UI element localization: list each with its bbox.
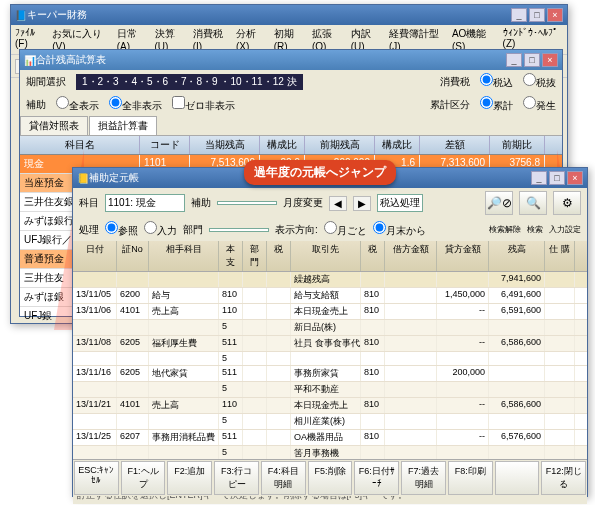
month-next[interactable]: ▶ [353,196,371,211]
minimize-button[interactable]: _ [511,8,527,22]
ledger-body[interactable]: 13/11/056200給与810給与支給額8101,450,0006,491,… [73,288,587,486]
fkey-f3[interactable]: F3:行コピー [214,461,259,495]
proc-label: 処理 [79,223,99,237]
tax-proc-select[interactable]: 税込処理 [377,194,423,212]
disp-opt[interactable]: 全表示 [56,96,99,113]
sub-icon: 📊 [24,55,36,66]
tax-opt[interactable]: 税抜 [523,73,556,90]
fkey-f8[interactable]: F8:印刷 [448,461,493,495]
aux-label: 補助 [191,196,211,210]
month-prev[interactable]: ◀ [329,196,347,211]
ledger-icon: 📒 [77,173,89,184]
period-nav[interactable]: 1・2・3 ・4・5・6 ・7・8・9 ・10・11・12 決 [76,74,303,90]
settings-icon[interactable]: ⚙ [553,191,581,215]
ledger-row[interactable]: 13/11/214101売上高110本日現金売上810--6,586,600 [73,398,587,414]
sub-title: 合計残高試算表 [36,53,506,67]
ledger-row[interactable]: 5 [73,352,587,366]
fkey-f12[interactable]: F12:閉じる [541,461,586,495]
fkey-f4[interactable]: F4:科目明細 [261,461,306,495]
fkey-f6[interactable]: F6:日付ｻｰﾁ [354,461,399,495]
ledger-row[interactable]: 13/11/166205地代家賃511事務所家賃810200,000 [73,366,587,382]
fkey-f1[interactable]: F1:ヘルプ [121,461,166,495]
subject-select[interactable]: 1101: 現金 [105,194,185,212]
aux-select[interactable] [217,201,277,205]
fkey-blank[interactable] [495,461,540,495]
fkey-esc[interactable]: ESC:ｷｬﾝｾﾙ [74,461,119,495]
dept-select[interactable] [209,228,269,232]
ledger-row[interactable]: 13/11/086205福利厚生費511社員 食事食事代810--6,586,6… [73,336,587,352]
sub-maximize[interactable]: □ [524,53,540,67]
fkey-f2[interactable]: F2:追加 [167,461,212,495]
app-icon: 📘 [15,10,27,21]
main-titlebar: 📘 キーパー財務 _ □ × [11,5,567,25]
fkey-f5[interactable]: F5:削除 [308,461,353,495]
ledger-window: 📒 補助定元帳 _ □ × 科目 1101: 現金 補助 月度変更 ◀ ▶ 税込… [72,167,588,497]
opening-balance-row: 繰越残高 7,941,600 [73,272,587,288]
search-icon[interactable]: 🔍 [519,191,547,215]
function-keys: ESC:ｷｬﾝｾﾙ F1:ヘルプ F2:追加 F3:行コピー F4:科目明細 F… [73,459,587,496]
icon-label: 検索 [527,224,543,235]
disp-opt[interactable]: ゼロ非表示 [172,96,235,113]
ledger-row[interactable]: 5相川産業(株) [73,414,587,430]
icon-label: 検索解除 [489,224,521,235]
dept-label: 部門 [183,223,203,237]
app-title: キーパー財務 [27,8,511,22]
close-button[interactable]: × [547,8,563,22]
ledger-row[interactable]: 5平和不動産 [73,382,587,398]
sum-opt[interactable]: 累計 [480,96,513,113]
tab-bs[interactable]: 貸借対照表 [20,116,88,135]
aux-label: 補助 [26,98,46,112]
proc-opt[interactable]: 参照 [105,221,138,238]
grid-header: 科目名コード 当期残高構成比 前期残高構成比 差額前期比 [20,136,562,155]
sum-opt[interactable]: 発生 [523,96,556,113]
callout-bubble: 過年度の元帳へジャンプ [244,160,396,185]
tax-opt[interactable]: 税込 [480,73,513,90]
ledger-close[interactable]: × [567,171,583,185]
month-label: 月度変更 [283,196,323,210]
tab-pl[interactable]: 損益計算書 [89,116,157,135]
ledger-row[interactable]: 13/11/064101売上高110本日現金売上810--6,591,600 [73,304,587,320]
period-label: 期間選択 [26,75,66,89]
subject-label: 科目 [79,196,99,210]
ledger-min[interactable]: _ [531,171,547,185]
disp-opt[interactable]: 全非表示 [109,96,162,113]
maximize-button[interactable]: □ [529,8,545,22]
disp-dir-label: 表示方向: [275,223,318,237]
ledger-row[interactable]: 13/11/056200給与810給与支給額8101,450,0006,491,… [73,288,587,304]
icon-label: 入力設定 [549,224,581,235]
disp-opt[interactable]: 月末から [373,221,426,238]
search-clear-icon[interactable]: 🔎⊘ [485,191,513,215]
sum-label: 累計区分 [430,98,470,112]
sub-minimize[interactable]: _ [506,53,522,67]
proc-opt[interactable]: 入力 [144,221,177,238]
tax-label: 消費税 [440,75,470,89]
disp-opt[interactable]: 月ごと [324,221,367,238]
ledger-row[interactable]: 5新日品(株) [73,320,587,336]
ledger-header: 日付証No 相手科目本支 部門税 取引先税 借方金額貸方金額 残高仕 購 [73,241,587,272]
ledger-row[interactable]: 13/11/256207事務用消耗品費511OA機器用品810--6,576,6… [73,430,587,446]
fkey-f7[interactable]: F7:過去明細 [401,461,446,495]
ledger-max[interactable]: □ [549,171,565,185]
sub-titlebar: 📊 合計残高試算表 _ □ × [20,50,562,70]
sub-close[interactable]: × [542,53,558,67]
